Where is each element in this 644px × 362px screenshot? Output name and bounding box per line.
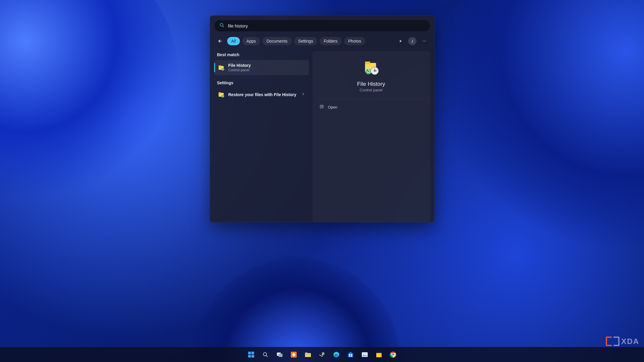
search-icon <box>219 22 225 29</box>
start-search-panel: All Apps Documents Settings Folders Phot… <box>210 15 435 222</box>
best-match-title: File History <box>228 63 305 68</box>
taskbar-app-picture[interactable] <box>359 349 371 361</box>
svg-rect-7 <box>219 65 221 67</box>
filter-documents[interactable]: Documents <box>262 37 292 45</box>
edge-button[interactable] <box>330 349 342 361</box>
settings-result-label: Restore your files with File History <box>228 92 298 97</box>
avatar-initial: J <box>408 37 417 45</box>
filter-folders[interactable]: Folders <box>319 37 342 45</box>
svg-rect-39 <box>351 354 352 355</box>
chrome-button[interactable] <box>387 349 399 361</box>
back-button[interactable] <box>215 36 225 46</box>
filter-photos[interactable]: Photos <box>344 37 365 45</box>
watermark-text: XDA <box>621 337 639 346</box>
svg-rect-38 <box>349 354 350 355</box>
svg-line-1 <box>223 26 224 27</box>
user-avatar[interactable]: J <box>408 36 417 46</box>
svg-point-43 <box>366 353 367 354</box>
rewards-icon[interactable] <box>396 36 405 46</box>
more-options-button[interactable] <box>419 36 429 46</box>
file-history-icon <box>218 91 225 98</box>
bracket-icon <box>606 337 612 346</box>
svg-rect-37 <box>349 352 352 353</box>
svg-point-24 <box>263 353 267 356</box>
divider <box>318 99 425 99</box>
detail-app-icon <box>363 59 380 77</box>
svg-rect-42 <box>362 352 368 357</box>
open-label: Open <box>328 105 338 109</box>
start-button[interactable] <box>245 349 257 361</box>
taskbar-search-button[interactable] <box>259 349 271 361</box>
filter-row: All Apps Documents Settings Folders Phot… <box>215 36 429 46</box>
svg-point-4 <box>424 41 424 41</box>
svg-rect-13 <box>365 62 370 64</box>
svg-line-25 <box>266 355 267 357</box>
svg-rect-31 <box>305 355 311 355</box>
settings-header: Settings <box>214 79 309 88</box>
microsoft-store-button[interactable] <box>345 349 356 361</box>
svg-rect-21 <box>251 352 254 354</box>
taskbar-app-orange[interactable] <box>288 349 300 361</box>
sticky-notes-button[interactable] <box>373 349 385 361</box>
bracket-icon <box>614 337 619 346</box>
svg-rect-27 <box>279 354 283 357</box>
best-match-header: Best match <box>214 51 309 60</box>
svg-rect-41 <box>351 355 352 357</box>
svg-rect-20 <box>248 352 251 354</box>
best-match-subtitle: Control panel <box>228 68 305 72</box>
task-view-button[interactable] <box>274 349 285 361</box>
filter-settings[interactable]: Settings <box>294 37 317 45</box>
detail-subtitle: Control panel <box>318 88 425 92</box>
search-box[interactable] <box>214 20 430 32</box>
file-history-icon <box>218 64 225 71</box>
detail-pane: File History Control panel Open <box>312 51 430 222</box>
svg-point-3 <box>422 41 423 41</box>
chevron-right-icon <box>301 92 305 97</box>
file-explorer-button[interactable] <box>302 349 314 361</box>
filter-all[interactable]: All <box>227 37 240 45</box>
svg-rect-10 <box>219 92 221 93</box>
settings-result-restore-files[interactable]: Restore your files with File History <box>214 88 309 101</box>
svg-rect-45 <box>376 352 382 353</box>
results-column: Best match File History Control <box>214 51 309 222</box>
svg-rect-36 <box>348 353 353 357</box>
xda-watermark: XDA <box>606 337 639 346</box>
svg-rect-23 <box>251 355 254 358</box>
svg-rect-30 <box>305 353 308 354</box>
detail-title: File History <box>318 81 425 87</box>
open-action[interactable]: Open <box>318 102 425 112</box>
wallpaper-swirl <box>411 0 644 277</box>
open-icon <box>319 104 324 110</box>
svg-rect-40 <box>349 355 350 357</box>
taskbar <box>0 347 644 362</box>
best-match-result[interactable]: File History Control panel <box>214 60 309 75</box>
svg-point-0 <box>220 23 223 26</box>
svg-rect-22 <box>248 355 251 358</box>
svg-point-8 <box>221 68 224 70</box>
desktop: All Apps Documents Settings Folders Phot… <box>0 0 644 362</box>
steam-button[interactable] <box>316 349 328 361</box>
filter-apps[interactable]: Apps <box>242 37 260 45</box>
wallpaper-swirl <box>0 0 207 237</box>
wallpaper-swirl <box>193 258 400 362</box>
svg-point-11 <box>221 95 224 98</box>
svg-point-34 <box>323 353 324 354</box>
svg-point-5 <box>425 41 426 41</box>
search-input[interactable] <box>227 23 425 29</box>
